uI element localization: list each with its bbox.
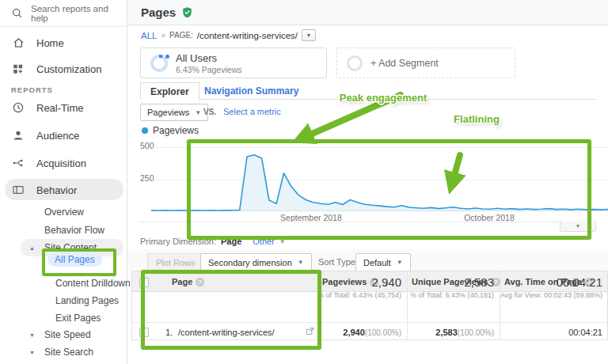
sidebar-item-site-search[interactable]: ▼ Site Search [0,344,127,360]
tab-navigation-summary[interactable]: Navigation Summary [204,82,298,99]
sidebar-item-acquisition[interactable]: Acquisition [0,154,127,173]
expand-arrow-icon: ▼ [29,332,35,338]
summary-pageviews: 2,940 % of Total: 6.43% (45,754) [317,275,401,299]
reports-section-label: REPORTS [11,85,53,94]
sidebar-item-overview[interactable]: Overview [0,204,127,220]
segment-ring-icon [347,55,363,71]
breadcrumb: ALL » PAGE: /content-writing-services/ ▼ [141,29,316,41]
sidebar-item-realtime[interactable]: Real-Time [0,98,127,117]
behavior-icon [12,184,25,196]
chevron-down-icon: ▼ [298,259,304,266]
sidebar-item-customization[interactable]: Customization [0,59,127,78]
sidebar-item-home[interactable]: Home [0,33,127,52]
report-titlebar: Pages [127,0,608,25]
sidebar-item-site-speed[interactable]: ▼ Site Speed [0,327,127,343]
segment-title: All Users [176,52,241,64]
breadcrumb-page-value: /content-writing-services/ [197,31,298,40]
metric-dropdown[interactable]: Pageviews ▼ [140,104,208,121]
summary-avg-time: 00:04:21 Avg for View: 00:02:43 (59.88%) [500,275,602,299]
tab-explorer[interactable]: Explorer [140,82,200,100]
legend-label: Pageviews [153,125,199,136]
plot-rows-button[interactable]: Plot Rows [147,253,204,271]
segment-all-users[interactable]: All Users 6.43% Pageviews [140,47,327,78]
help-icon[interactable]: ? [196,278,204,286]
pages-data-table: Page ? Pageviews ? ↓ Unique Pageviews ? … [131,271,608,340]
search-placeholder: Search reports and help [31,4,127,23]
chart-collapse-button[interactable]: ▼ [560,221,596,232]
row-checkbox[interactable] [139,328,149,337]
add-segment-card[interactable]: + Add Segment [336,47,515,78]
legend-dot-icon [142,127,148,134]
sidebar-item-landing-pages[interactable]: Landing Pages [0,293,127,309]
ga-pages-report: Search reports and help Home Customizati… [0,0,608,364]
row-avg-time: 00:04:21 [568,328,602,337]
collapse-arrow-icon: ▲ [29,245,35,251]
primary-dimension-row: Primary Dimension: Page Other ▼ [140,237,286,246]
breadcrumb-dropdown-button[interactable]: ▼ [302,29,316,41]
row-unique-pageviews: 2,583(100.00%) [435,328,494,337]
chevron-down-icon: ▼ [195,109,201,116]
row-page-link[interactable]: /content-writing-services/ [178,328,275,337]
chevron-down-icon: ▼ [576,223,581,229]
segment-subtitle: 6.43% Pageviews [176,65,241,74]
sidebar-item-behavior[interactable]: Behavior [0,180,127,200]
sort-type-dropdown[interactable]: Default ▼ [355,253,411,271]
chevron-down-icon: ▼ [279,238,286,245]
page-title: Pages [141,6,176,19]
person-icon [12,129,25,142]
breadcrumb-all-link[interactable]: ALL [141,31,157,40]
row-index: 1. [165,328,173,337]
clock-icon [12,101,25,114]
primary-dimension-page[interactable]: Page [221,237,241,246]
primary-dimension-label: Primary Dimension: [140,237,216,246]
tab-divider [140,99,596,100]
segment-donut-icon [150,55,168,72]
sidebar-item-exit-pages[interactable]: Exit Pages [0,310,127,326]
acquisition-icon [12,157,25,169]
sidebar-item-behavior-flow[interactable]: Behavior Flow [0,222,127,238]
select-all-checkbox[interactable] [139,278,149,287]
search-icon [11,7,23,19]
column-header-page[interactable]: Page ? [172,277,204,286]
verified-shield-icon [181,6,193,18]
external-link-icon[interactable] [306,327,314,336]
select-a-metric-link[interactable]: Select a metric [223,107,281,116]
add-segment-label: + Add Segment [370,58,439,69]
vs-label: VS. [203,108,216,116]
pageviews-area-chart [151,138,608,212]
chevron-down-icon: ▼ [397,259,403,266]
sidebar-item-content-drilldown[interactable]: Content Drilldown [0,275,127,291]
row-pageviews: 2,940(100.00%) [343,328,401,337]
search-bar[interactable]: Search reports and help [0,0,127,27]
secondary-dimension-button[interactable]: Secondary dimension ▼ [200,253,312,271]
chart-legend: Pageviews [142,125,199,136]
primary-dimension-other-link[interactable]: Other [253,237,275,246]
chart-bottom-divider [140,222,596,222]
summary-unique-pageviews: 2,583 % of Total: 6.43% (40,181) [410,275,494,299]
sidebar: Search reports and help Home Customizati… [0,0,127,364]
column-divider [407,271,408,339]
sidebar-item-all-pages[interactable]: All Pages [48,252,102,267]
customization-icon [12,63,24,75]
main-content: Pages ALL » PAGE: /content-writing-servi… [127,0,608,364]
breadcrumb-page-key: PAGE: [169,31,193,40]
sort-type-label: Sort Type: [318,257,358,267]
sidebar-item-audience[interactable]: Audience [0,126,127,145]
breadcrumb-separator: » [161,31,165,40]
home-icon [12,36,25,50]
expand-arrow-icon: ▼ [29,350,35,355]
